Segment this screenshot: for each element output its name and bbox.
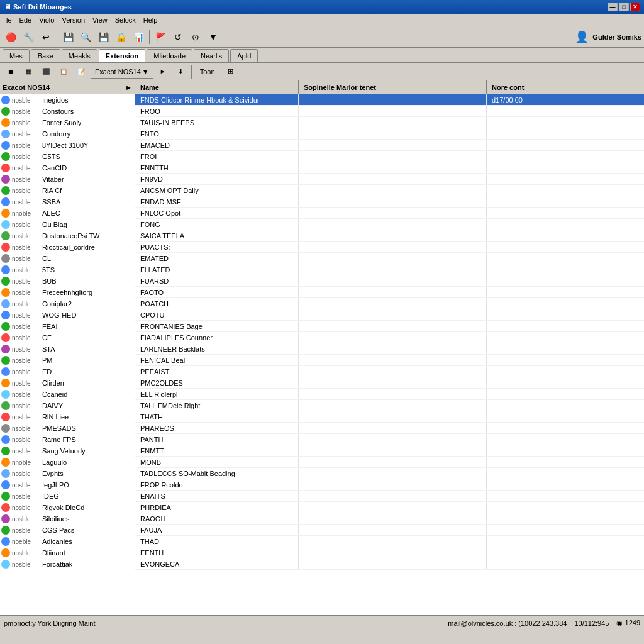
right-item[interactable]: CPOTU xyxy=(135,309,644,321)
tab-0[interactable]: Mes xyxy=(3,49,30,62)
right-item[interactable]: FNDS Clidcor Rinme Hbouk & Scividurd17/0… xyxy=(135,94,644,106)
list-item[interactable]: nosbleFEAI xyxy=(0,321,135,332)
list-item[interactable]: nosbleIDEG xyxy=(0,491,135,502)
right-item[interactable]: PEEAIST xyxy=(135,366,644,377)
sec-arrow-btn[interactable]: ► xyxy=(155,64,171,80)
toolbar-btn-flag[interactable]: 🚩 xyxy=(152,29,169,45)
right-item[interactable]: POATCH xyxy=(135,298,644,309)
sec-icon-btn2[interactable]: ▦ xyxy=(20,64,36,80)
right-item[interactable]: TADLECCS SO-Mabit Beading xyxy=(135,468,644,479)
toolbar-btn-circle[interactable]: ⊙ xyxy=(187,29,204,45)
tab-2[interactable]: Meakls xyxy=(62,49,97,62)
right-item[interactable]: ANCSM OPT Daily xyxy=(135,185,644,196)
right-item[interactable]: FROO xyxy=(135,106,644,117)
right-item[interactable]: FAUJA xyxy=(135,525,644,536)
right-item[interactable]: FENICAL Beal xyxy=(135,355,644,366)
toolbar-btn-tool[interactable]: 🔧 xyxy=(20,29,36,45)
list-item[interactable]: nosbleRiocticail_corldre xyxy=(0,242,135,253)
sec-icon-btn5[interactable]: 📝 xyxy=(73,64,89,80)
menu-item-view[interactable]: View xyxy=(89,15,111,25)
menu-item-version[interactable]: Version xyxy=(58,15,89,25)
tab-5[interactable]: Nearlis xyxy=(194,49,229,62)
list-item[interactable]: nosbleRame FPS xyxy=(0,434,135,445)
list-item[interactable]: nosbleDAIVY xyxy=(0,400,135,411)
toolbar-btn-search[interactable]: 🔍 xyxy=(77,29,94,45)
list-item[interactable]: nosbleSang Vetuody xyxy=(0,445,135,457)
right-item[interactable]: EMATED xyxy=(135,253,644,264)
sec-icon-btn[interactable]: ◼ xyxy=(3,64,19,80)
list-item[interactable]: nosbleFreceehnhgltorg xyxy=(0,287,135,298)
right-item[interactable]: ENMTT xyxy=(135,445,644,457)
right-item[interactable]: FNTO xyxy=(135,128,644,140)
sec-scroll-btn[interactable]: ⬇ xyxy=(172,64,189,80)
toolbar-btn-lock[interactable]: 🔒 xyxy=(113,29,129,45)
toon-btn[interactable]: Toon xyxy=(194,65,221,79)
grid-btn[interactable]: ⊞ xyxy=(222,65,239,79)
list-item[interactable]: nosbleCcaneid xyxy=(0,389,135,400)
list-item[interactable]: nosbleCanCID xyxy=(0,162,135,174)
right-item[interactable]: FUARSD xyxy=(135,275,644,287)
right-item[interactable]: PHRDIEA xyxy=(135,502,644,513)
menu-item-selock[interactable]: Selock xyxy=(111,15,140,25)
right-item[interactable]: PHAREOS xyxy=(135,423,644,434)
toolbar-btn-red[interactable]: 🔴 xyxy=(3,29,19,45)
toolbar-btn-chart[interactable]: 📊 xyxy=(130,29,147,45)
list-item[interactable]: nosbleCL xyxy=(0,253,135,264)
right-item[interactable]: ENAITS xyxy=(135,491,644,502)
sec-icon-btn4[interactable]: 📋 xyxy=(55,64,72,80)
right-item[interactable]: LARLNEER Backlats xyxy=(135,343,644,355)
list-item[interactable]: nosbleClirden xyxy=(0,377,135,389)
list-item[interactable]: nosbleDustonateePsi TW xyxy=(0,230,135,242)
list-item[interactable]: nsoblePMESADS xyxy=(0,423,135,434)
list-item[interactable]: nosbleSTA xyxy=(0,343,135,355)
right-item[interactable]: PUACTS: xyxy=(135,242,644,253)
list-item[interactable]: nosbleIegJLPO xyxy=(0,479,135,491)
right-item[interactable]: FLLATED xyxy=(135,264,644,275)
list-item[interactable]: noebleAdicanies xyxy=(0,536,135,547)
tab-6[interactable]: Apld xyxy=(230,49,258,62)
list-item[interactable]: nosbleForcattiak xyxy=(0,558,135,570)
exacot-dropdown[interactable]: Exacot NOS14 ▼ xyxy=(91,65,153,79)
list-item[interactable]: nosbleG5TS xyxy=(0,151,135,162)
toolbar-btn-undo[interactable]: ↩ xyxy=(38,29,54,45)
right-item[interactable]: RAOGH xyxy=(135,513,644,525)
list-item[interactable]: nosbleRlA Cf xyxy=(0,185,135,196)
list-item[interactable]: nosbleCondorry xyxy=(0,128,135,140)
close-button[interactable]: ✕ xyxy=(630,3,640,11)
right-item[interactable]: ENNTTH xyxy=(135,162,644,174)
toolbar-btn-dropdown[interactable]: ▼ xyxy=(205,29,221,45)
right-item[interactable]: TALL FMDele Right xyxy=(135,400,644,411)
list-item[interactable]: nosbleInegidos xyxy=(0,94,135,106)
list-item[interactable]: nosbleED xyxy=(0,366,135,377)
right-item[interactable]: FN9VD xyxy=(135,174,644,185)
tab-1[interactable]: Base xyxy=(31,49,60,62)
list-item[interactable]: nosbleOu Biag xyxy=(0,219,135,230)
list-item[interactable]: nosbleBUB xyxy=(0,275,135,287)
list-item[interactable]: nosbleEvphts xyxy=(0,468,135,479)
right-item[interactable]: PANTH xyxy=(135,434,644,445)
list-item[interactable]: nosbleRigvok DieCd xyxy=(0,502,135,513)
maximize-button[interactable]: □ xyxy=(619,3,629,11)
toolbar-btn-save2[interactable]: 💾 xyxy=(95,29,111,45)
right-item[interactable]: THATH xyxy=(135,411,644,423)
right-item[interactable]: EENTH xyxy=(135,547,644,558)
right-item[interactable]: FNLOC Opot xyxy=(135,208,644,219)
right-item[interactable]: FRONTANIES Bage xyxy=(135,321,644,332)
right-item[interactable]: MONB xyxy=(135,457,644,468)
tab-4[interactable]: Mliedoade xyxy=(147,49,192,62)
list-item[interactable]: nnobleLaguulo xyxy=(0,457,135,468)
right-item[interactable]: TAUIS-IN BEEPS xyxy=(135,117,644,128)
list-item[interactable]: nosbleConiplar2 xyxy=(0,298,135,309)
menu-item-ede[interactable]: Ede xyxy=(16,15,36,25)
list-item[interactable]: nosbleVitaber xyxy=(0,174,135,185)
right-item[interactable]: FONG xyxy=(135,219,644,230)
list-item[interactable]: nsoble8YlDect 3100Y xyxy=(0,140,135,151)
right-item[interactable]: ELL Riolerpl xyxy=(135,389,644,400)
list-item[interactable]: nosbleDliinant xyxy=(0,547,135,558)
list-item[interactable]: nosbleRlN Liee xyxy=(0,411,135,423)
right-item[interactable]: FIADALIPLES Counner xyxy=(135,332,644,343)
menu-item-violo[interactable]: Violo xyxy=(35,15,58,25)
right-item[interactable]: THAD xyxy=(135,536,644,547)
menu-item-le[interactable]: le xyxy=(3,15,16,25)
list-item[interactable]: nosbleWOG-HED xyxy=(0,309,135,321)
